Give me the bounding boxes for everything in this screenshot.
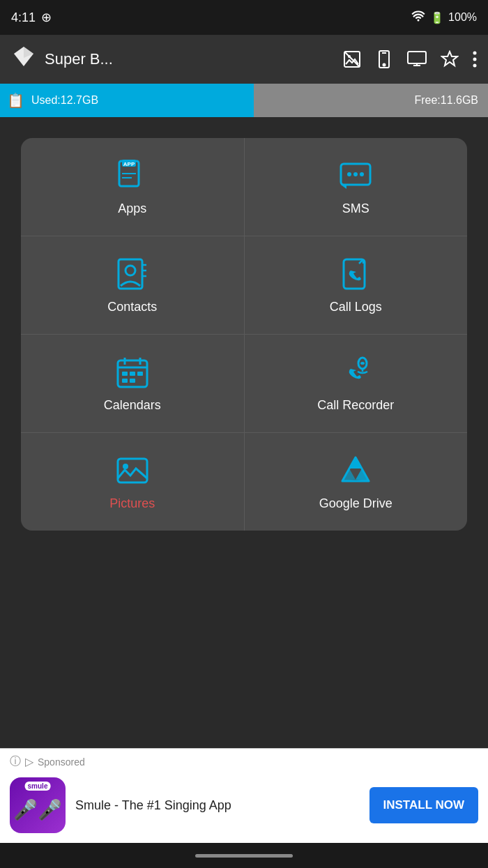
pictures-cell[interactable]: Pictures bbox=[21, 433, 245, 531]
status-time: 4:11 bbox=[11, 10, 36, 25]
svg-marker-49 bbox=[349, 457, 362, 469]
sms-label: SMS bbox=[342, 201, 369, 216]
storage-free-label: Free:11.6GB bbox=[414, 94, 478, 107]
apps-cell[interactable]: APP Apps bbox=[21, 138, 245, 236]
pictures-label: Pictures bbox=[109, 496, 155, 511]
grid-row-1: APP Apps SMS bbox=[21, 138, 467, 236]
toolbar: Super B... bbox=[0, 35, 488, 84]
svg-marker-47 bbox=[342, 469, 356, 481]
svg-marker-48 bbox=[356, 469, 369, 481]
svg-point-23 bbox=[360, 172, 364, 176]
svg-point-25 bbox=[125, 266, 135, 275]
google-drive-cell[interactable]: Google Drive bbox=[245, 433, 468, 531]
call-logs-label: Call Logs bbox=[330, 300, 382, 314]
svg-point-22 bbox=[353, 172, 358, 176]
ad-play-icon: ▷ bbox=[25, 755, 33, 768]
ad-info-icon: ⓘ bbox=[10, 754, 21, 769]
desktop-button[interactable] bbox=[407, 50, 427, 68]
more-options-button[interactable] bbox=[473, 50, 477, 68]
call-recorder-label: Call Recorder bbox=[317, 398, 394, 413]
svg-point-14 bbox=[473, 64, 477, 68]
grid-row-2: Contacts Call Logs bbox=[21, 236, 467, 335]
wifi-icon bbox=[411, 10, 426, 25]
svg-point-7 bbox=[383, 64, 386, 66]
ad-app-icon: smule 🎤🎤 bbox=[10, 777, 66, 833]
storage-sd-icon: 📋 bbox=[7, 92, 24, 109]
no-image-button[interactable] bbox=[343, 50, 361, 68]
grid-row-3: Calendars Call Recorder bbox=[21, 335, 467, 433]
svg-rect-40 bbox=[130, 379, 135, 383]
ad-sponsored-label: Sponsored bbox=[38, 756, 85, 768]
ad-header: ⓘ ▷ Sponsored bbox=[0, 749, 488, 772]
svg-rect-44 bbox=[118, 459, 147, 482]
svg-rect-39 bbox=[122, 379, 128, 383]
svg-marker-11 bbox=[442, 52, 457, 66]
svg-text:APP: APP bbox=[123, 161, 135, 167]
storage-used-bar: 📋 Used:12.7GB bbox=[0, 84, 254, 117]
storage-bar: 📋 Used:12.7GB Free:11.6GB bbox=[0, 84, 488, 117]
svg-rect-8 bbox=[408, 52, 426, 63]
bottom-nav bbox=[0, 843, 488, 868]
svg-point-13 bbox=[473, 58, 477, 61]
sms-cell[interactable]: SMS bbox=[245, 138, 468, 236]
feature-grid: APP Apps SMS bbox=[21, 138, 467, 531]
nav-indicator bbox=[195, 854, 293, 858]
svg-rect-42 bbox=[360, 362, 365, 365]
svg-line-3 bbox=[344, 52, 360, 67]
svg-rect-37 bbox=[130, 372, 135, 376]
svg-rect-38 bbox=[137, 372, 143, 376]
main-content: APP Apps SMS bbox=[0, 117, 488, 545]
grid-row-4: Pictures Google Drive bbox=[21, 433, 467, 531]
smule-mic-icon: 🎤🎤 bbox=[13, 798, 62, 821]
ad-banner: ⓘ ▷ Sponsored smule 🎤🎤 Smule - The #1 Si… bbox=[0, 748, 488, 843]
svg-point-45 bbox=[123, 464, 128, 469]
call-logs-cell[interactable]: Call Logs bbox=[245, 236, 468, 334]
apps-label: Apps bbox=[118, 201, 146, 216]
svg-point-4 bbox=[348, 55, 351, 58]
status-bar: 4:11 ⊕ 🔋 100% bbox=[0, 0, 488, 35]
svg-point-21 bbox=[347, 172, 351, 176]
star-button[interactable] bbox=[441, 50, 459, 68]
calendars-label: Calendars bbox=[104, 398, 161, 413]
ad-content: smule 🎤🎤 Smule - The #1 Singing App INST… bbox=[0, 772, 488, 843]
smule-brand: smule bbox=[25, 782, 51, 791]
install-now-button[interactable]: INSTALL NOW bbox=[369, 787, 478, 823]
battery-percentage: 100% bbox=[448, 11, 477, 24]
contacts-label: Contacts bbox=[107, 300, 157, 314]
contacts-cell[interactable]: Contacts bbox=[21, 236, 245, 334]
svg-rect-36 bbox=[122, 372, 128, 376]
battery-icon: 🔋 bbox=[430, 11, 444, 24]
ad-app-name: Smule - The #1 Singing App bbox=[75, 798, 360, 813]
storage-used-label: Used:12.7GB bbox=[31, 94, 98, 107]
call-recorder-cell[interactable]: Call Recorder bbox=[245, 335, 468, 432]
app-logo-icon bbox=[11, 44, 36, 75]
globe-icon: ⊕ bbox=[41, 10, 52, 25]
calendars-cell[interactable]: Calendars bbox=[21, 335, 245, 432]
svg-point-12 bbox=[473, 52, 477, 55]
svg-rect-29 bbox=[344, 259, 365, 289]
google-drive-label: Google Drive bbox=[319, 496, 392, 511]
app-title: Super B... bbox=[45, 50, 335, 68]
phone-button[interactable] bbox=[375, 50, 393, 68]
